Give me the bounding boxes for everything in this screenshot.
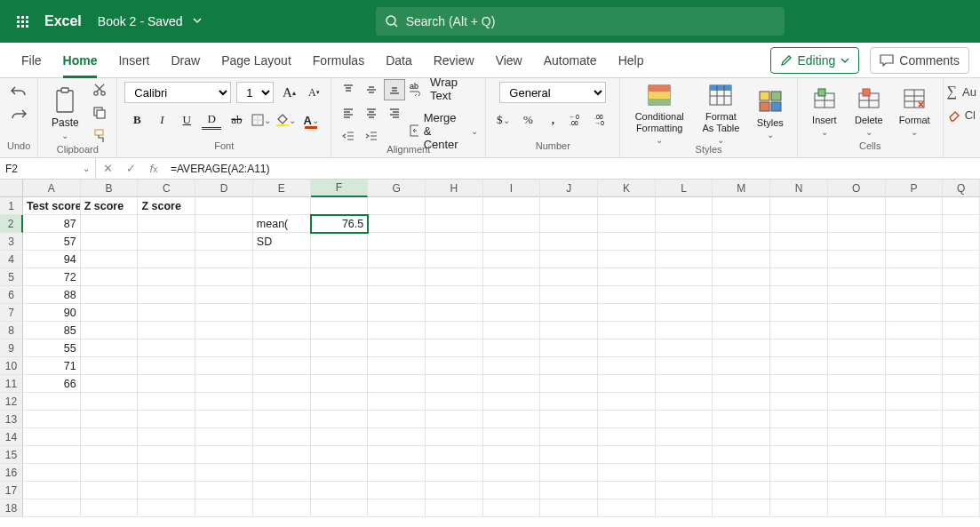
cell-F15[interactable] xyxy=(311,446,369,464)
tab-page-layout[interactable]: Page Layout xyxy=(211,43,302,78)
cell-L1[interactable] xyxy=(656,197,713,215)
cell-N9[interactable] xyxy=(770,339,828,357)
cell-M12[interactable] xyxy=(713,393,770,411)
cell-M8[interactable] xyxy=(713,322,770,339)
row-header-9[interactable]: 9 xyxy=(0,339,23,357)
cell-J13[interactable] xyxy=(540,411,598,428)
cell-D5[interactable] xyxy=(195,268,253,286)
cell-J8[interactable] xyxy=(540,322,598,339)
cell-G6[interactable] xyxy=(368,286,426,304)
cell-O3[interactable] xyxy=(828,233,886,251)
cell-C11[interactable] xyxy=(138,375,195,393)
number-format-select[interactable]: General xyxy=(499,82,606,103)
row-header-14[interactable]: 14 xyxy=(0,428,23,446)
cell-A14[interactable] xyxy=(23,428,81,446)
cell-C1[interactable]: Z score xyxy=(138,197,195,215)
column-header-H[interactable]: H xyxy=(426,180,483,197)
cell-I10[interactable] xyxy=(483,357,541,375)
cell-O18[interactable] xyxy=(828,499,886,517)
cell-Q10[interactable] xyxy=(943,357,980,375)
cell-K1[interactable] xyxy=(598,197,656,215)
tab-formulas[interactable]: Formulas xyxy=(302,43,375,78)
cell-M16[interactable] xyxy=(713,464,770,482)
cell-M4[interactable] xyxy=(713,251,770,268)
cell-F18[interactable] xyxy=(311,499,369,517)
row-header-16[interactable]: 16 xyxy=(0,464,23,482)
formula-input[interactable]: =AVERAGE(A2:A11) xyxy=(165,163,980,175)
cell-L17[interactable] xyxy=(656,482,713,499)
italic-button[interactable]: I xyxy=(152,110,171,130)
cell-G8[interactable] xyxy=(368,322,426,339)
row-header-2[interactable]: 2 xyxy=(0,215,23,233)
cell-L7[interactable] xyxy=(656,304,713,322)
redo-icon[interactable] xyxy=(9,105,28,124)
cell-I8[interactable] xyxy=(483,322,541,339)
cell-E2[interactable]: mean( xyxy=(253,215,311,233)
cell-Q11[interactable] xyxy=(943,375,980,393)
cell-C12[interactable] xyxy=(138,393,195,411)
cell-C16[interactable] xyxy=(138,464,195,482)
column-header-I[interactable]: I xyxy=(483,180,541,197)
cell-J1[interactable] xyxy=(540,197,598,215)
cell-Q9[interactable] xyxy=(943,339,980,357)
cell-G9[interactable] xyxy=(368,339,426,357)
cell-B15[interactable] xyxy=(81,446,139,464)
cell-E7[interactable] xyxy=(253,304,311,322)
font-color-button[interactable]: A⌄ xyxy=(301,110,321,130)
cell-O5[interactable] xyxy=(828,268,886,286)
app-launcher-icon[interactable] xyxy=(9,8,36,35)
cell-D6[interactable] xyxy=(195,286,253,304)
column-header-L[interactable]: L xyxy=(656,180,713,197)
fx-icon[interactable]: fx xyxy=(142,158,165,179)
increase-indent-icon[interactable] xyxy=(362,126,381,146)
clear-button[interactable]: Cl xyxy=(947,108,976,122)
cell-F14[interactable] xyxy=(311,428,369,446)
format-painter-icon[interactable] xyxy=(90,126,109,146)
cell-I15[interactable] xyxy=(483,446,541,464)
cell-I12[interactable] xyxy=(483,393,541,411)
cell-P10[interactable] xyxy=(886,357,944,375)
cell-N16[interactable] xyxy=(770,464,828,482)
cell-L3[interactable] xyxy=(656,233,713,251)
cell-H11[interactable] xyxy=(426,375,483,393)
cell-A11[interactable]: 66 xyxy=(23,375,81,393)
cell-B8[interactable] xyxy=(81,322,139,339)
cell-I3[interactable] xyxy=(483,233,541,251)
cell-Q13[interactable] xyxy=(943,411,980,428)
cell-E5[interactable] xyxy=(253,268,311,286)
cell-F6[interactable] xyxy=(311,286,369,304)
cell-H18[interactable] xyxy=(426,499,483,517)
cell-N15[interactable] xyxy=(770,446,828,464)
cell-J3[interactable] xyxy=(540,233,598,251)
cell-J16[interactable] xyxy=(540,464,598,482)
chevron-down-icon[interactable] xyxy=(192,15,203,28)
cell-D14[interactable] xyxy=(195,428,253,446)
row-header-1[interactable]: 1 xyxy=(0,197,23,215)
cell-B18[interactable] xyxy=(81,499,139,517)
bold-button[interactable]: B xyxy=(127,110,147,130)
increase-font-icon[interactable]: A▴ xyxy=(279,83,299,102)
cell-L2[interactable] xyxy=(656,215,713,233)
cell-H13[interactable] xyxy=(426,411,483,428)
cell-P2[interactable] xyxy=(886,215,944,233)
cell-E3[interactable]: SD xyxy=(253,233,311,251)
cell-E18[interactable] xyxy=(253,499,311,517)
cell-P18[interactable] xyxy=(886,499,944,517)
row-header-10[interactable]: 10 xyxy=(0,357,23,375)
tab-view[interactable]: View xyxy=(485,43,533,78)
cell-P16[interactable] xyxy=(886,464,944,482)
cell-J17[interactable] xyxy=(540,482,598,499)
cell-N13[interactable] xyxy=(770,411,828,428)
cell-Q5[interactable] xyxy=(943,268,980,286)
cell-B14[interactable] xyxy=(81,428,139,446)
cell-L9[interactable] xyxy=(656,339,713,357)
search-box[interactable]: Search (Alt + Q) xyxy=(376,7,785,36)
cell-N1[interactable] xyxy=(770,197,828,215)
cell-J10[interactable] xyxy=(540,357,598,375)
cell-H9[interactable] xyxy=(426,339,483,357)
cell-Q12[interactable] xyxy=(943,393,980,411)
cell-O9[interactable] xyxy=(828,339,886,357)
cell-O2[interactable] xyxy=(828,215,886,233)
cell-A10[interactable]: 71 xyxy=(23,357,81,375)
cell-K8[interactable] xyxy=(598,322,656,339)
